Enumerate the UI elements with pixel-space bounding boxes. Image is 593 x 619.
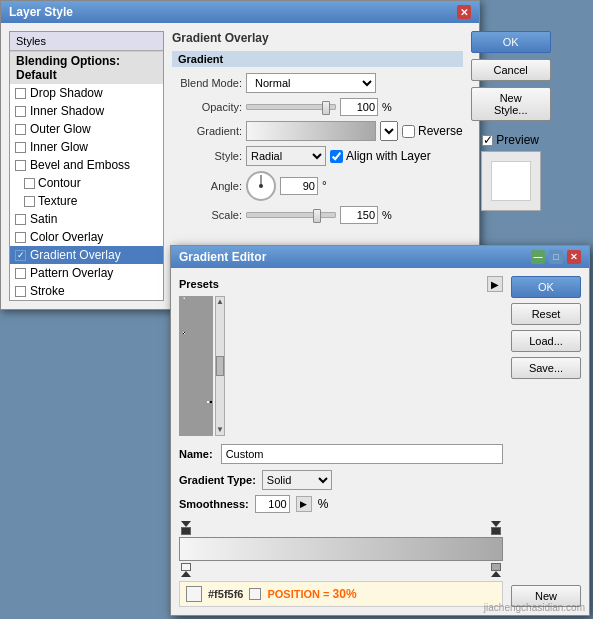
angle-dial[interactable] xyxy=(246,171,276,201)
ge-close-button[interactable]: ✕ xyxy=(567,250,581,264)
name-input[interactable] xyxy=(221,444,503,464)
blend-mode-select[interactable]: Normal Dissolve Multiply Screen xyxy=(246,73,376,93)
preset-33[interactable] xyxy=(210,367,212,369)
sidebar-item-gradient-overlay[interactable]: ✓ Gradient Overlay xyxy=(10,246,163,264)
preset-38[interactable] xyxy=(192,401,194,403)
preset-35[interactable] xyxy=(183,401,185,403)
preset-10[interactable] xyxy=(207,297,209,299)
style-select[interactable]: Radial Linear Angle Reflected Diamond xyxy=(246,146,326,166)
preset-6[interactable] xyxy=(195,297,197,299)
new-style-button[interactable]: New Style... xyxy=(471,87,551,121)
preset-43[interactable] xyxy=(207,401,209,403)
ge-ok-button[interactable]: OK xyxy=(511,276,581,298)
preset-7[interactable] xyxy=(198,297,200,299)
preset-34[interactable] xyxy=(180,401,182,403)
preset-14[interactable] xyxy=(186,332,188,334)
scroll-down-arrow[interactable]: ▼ xyxy=(216,426,224,434)
preset-3[interactable] xyxy=(186,297,188,299)
scale-input[interactable] xyxy=(340,206,378,224)
preset-39[interactable] xyxy=(195,401,197,403)
preset-29[interactable] xyxy=(198,367,200,369)
sidebar-item-blending-options[interactable]: Blending Options: Default xyxy=(10,51,163,84)
preset-17[interactable] xyxy=(195,332,197,334)
preset-27[interactable] xyxy=(192,367,194,369)
color-stop-right-swatch[interactable] xyxy=(491,563,501,571)
preset-5[interactable] xyxy=(192,297,194,299)
drop-shadow-checkbox[interactable] xyxy=(15,88,26,99)
outer-glow-checkbox[interactable] xyxy=(15,124,26,135)
preset-16[interactable] xyxy=(192,332,194,334)
preset-20[interactable] xyxy=(204,332,206,334)
sidebar-item-pattern-overlay[interactable]: Pattern Overlay xyxy=(10,264,163,282)
reverse-checkbox[interactable] xyxy=(402,125,415,138)
pattern-overlay-checkbox[interactable] xyxy=(15,268,26,279)
preset-11[interactable] xyxy=(210,297,212,299)
smoothness-input[interactable] xyxy=(255,495,290,513)
preset-36[interactable] xyxy=(186,401,188,403)
preset-30[interactable] xyxy=(201,367,203,369)
preset-42[interactable] xyxy=(204,401,206,403)
sidebar-item-stroke[interactable]: Stroke xyxy=(10,282,163,300)
preset-25[interactable] xyxy=(186,367,188,369)
opacity-track[interactable] xyxy=(246,104,336,110)
preset-4[interactable] xyxy=(189,297,191,299)
preset-8[interactable] xyxy=(201,297,203,299)
sidebar-item-bevel-emboss[interactable]: Bevel and Emboss xyxy=(10,156,163,174)
gradient-preview[interactable] xyxy=(246,121,376,141)
gradient-dropdown[interactable] xyxy=(380,121,398,141)
preset-18[interactable] xyxy=(198,332,200,334)
opacity-thumb[interactable] xyxy=(322,101,330,115)
stroke-checkbox[interactable] xyxy=(15,286,26,297)
maximize-button[interactable]: □ xyxy=(549,250,563,264)
satin-checkbox[interactable] xyxy=(15,214,26,225)
stop-color-box[interactable] xyxy=(249,588,261,600)
preset-44[interactable] xyxy=(210,401,212,403)
ge-load-button[interactable]: Load... xyxy=(511,330,581,352)
gradient-type-select[interactable]: Solid Noise xyxy=(262,470,332,490)
align-layer-checkbox[interactable] xyxy=(330,150,343,163)
opacity-swatch-right[interactable] xyxy=(491,527,501,535)
preset-12[interactable] xyxy=(180,332,182,334)
color-overlay-checkbox[interactable] xyxy=(15,232,26,243)
inner-glow-checkbox[interactable] xyxy=(15,142,26,153)
sidebar-item-texture[interactable]: Texture xyxy=(10,192,163,210)
sidebar-item-contour[interactable]: Contour xyxy=(10,174,163,192)
stop-color-swatch[interactable] xyxy=(186,586,202,602)
preview-checkbox[interactable]: ✓ xyxy=(482,135,493,146)
preset-24[interactable] xyxy=(183,367,185,369)
texture-checkbox[interactable] xyxy=(24,196,35,207)
preset-32[interactable] xyxy=(207,367,209,369)
ge-save-button[interactable]: Save... xyxy=(511,357,581,379)
inner-shadow-checkbox[interactable] xyxy=(15,106,26,117)
preset-26[interactable] xyxy=(189,367,191,369)
angle-input[interactable] xyxy=(280,177,318,195)
presets-scrollbar[interactable]: ▲ ▼ xyxy=(215,296,225,436)
cancel-button[interactable]: Cancel xyxy=(471,59,551,81)
preset-9[interactable] xyxy=(204,297,206,299)
preset-2[interactable] xyxy=(183,297,185,299)
gradient-overlay-checkbox[interactable]: ✓ xyxy=(15,250,26,261)
preset-21[interactable] xyxy=(207,332,209,334)
color-stop-right-arrow[interactable] xyxy=(491,571,501,577)
preset-23[interactable] xyxy=(180,367,182,369)
sidebar-item-drop-shadow[interactable]: Drop Shadow xyxy=(10,84,163,102)
preset-13[interactable] xyxy=(183,332,185,334)
scale-track[interactable] xyxy=(246,212,336,218)
close-button[interactable]: ✕ xyxy=(457,5,471,19)
ge-reset-button[interactable]: Reset xyxy=(511,303,581,325)
preset-15[interactable] xyxy=(189,332,191,334)
color-stop-left-arrow[interactable] xyxy=(181,571,191,577)
scroll-up-arrow[interactable]: ▲ xyxy=(216,298,224,306)
opacity-swatch-left[interactable] xyxy=(181,527,191,535)
color-stop-left-swatch[interactable] xyxy=(181,563,191,571)
preset-19[interactable] xyxy=(201,332,203,334)
preset-40[interactable] xyxy=(198,401,200,403)
preset-41[interactable] xyxy=(201,401,203,403)
bevel-emboss-checkbox[interactable] xyxy=(15,160,26,171)
preset-37[interactable] xyxy=(189,401,191,403)
sidebar-item-satin[interactable]: Satin xyxy=(10,210,163,228)
sidebar-item-inner-glow[interactable]: Inner Glow xyxy=(10,138,163,156)
preset-22[interactable] xyxy=(210,332,212,334)
gradient-bar[interactable] xyxy=(179,537,503,561)
scale-thumb[interactable] xyxy=(313,209,321,223)
